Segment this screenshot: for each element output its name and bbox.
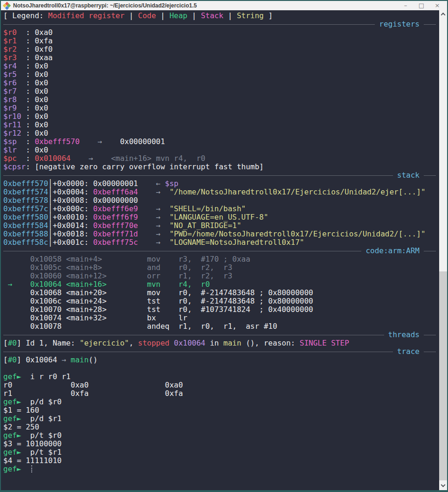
legend-line: [ Legend: Modified register | Code | Hea…: [3, 12, 439, 20]
text-segment: $r3: [3, 53, 26, 62]
text-segment: →: [138, 213, 169, 222]
text-segment: 0x10074 <main+32> bx lr: [3, 313, 187, 322]
maximize-button[interactable]: □: [414, 1, 429, 10]
text-segment: main: [223, 339, 241, 347]
register-row-r3: $r3 : 0xaa: [3, 54, 439, 62]
console-cmd-pt-r1: gef► p/t $r1: [3, 448, 439, 457]
console-out-1: $1 = 160: [3, 406, 439, 415]
text-segment: :: [26, 112, 34, 121]
separator-rule: [424, 352, 436, 352]
code-row-main-24: 0x1006c <main+24> tst r0, #-2147483648 ;…: [3, 297, 439, 305]
text-segment: :: [26, 28, 34, 37]
console-cmd-pd-r1: gef► p/d $r1: [3, 415, 439, 423]
text-segment: :: [26, 129, 34, 138]
text-segment: 0xaa: [34, 53, 53, 62]
text-segment: |: [156, 11, 170, 20]
text-segment: [21, 464, 30, 473]
legend-modified-register: Modified register: [48, 11, 124, 20]
text-segment: →: [138, 221, 169, 230]
scrollbar-thumb[interactable]: [439, 271, 447, 480]
console-cmd-info-registers: gef► i r r0 r1: [3, 373, 439, 381]
register-row-cpsr: $cpsr: [negative zero carry overflow int…: [3, 163, 439, 171]
legend-stack: Stack: [201, 11, 223, 20]
thread-status-line: [#0] Id 1, Name: "ejercicio", stopped 0x…: [3, 339, 439, 347]
text-segment: │: [48, 187, 53, 196]
separator-rule: [3, 352, 393, 352]
register-row-r1: $r1 : 0xfa: [3, 37, 439, 45]
separator-rule: [424, 335, 436, 335]
console-cmd-pd-r0: gef► p/d $r0: [3, 398, 439, 406]
scroll-down-button[interactable]: [439, 482, 447, 490]
minimize-button[interactable]: –: [398, 1, 414, 10]
console-cmd-pt-r0: gef► p/t $r0: [3, 431, 439, 440]
stack-row-3: 0xbefff57c│+0x000c: 0xbefff6e9 → "SHELL=…: [3, 205, 439, 213]
gef-prompt: gef►: [3, 372, 21, 381]
text-segment: "NO_AT_BRIDGE=1": [169, 221, 241, 230]
separator-rule: [3, 175, 393, 176]
register-row-r4: $r4 : 0x0: [3, 62, 439, 70]
text-segment: $lr: [3, 146, 26, 154]
text-segment: [: [3, 339, 8, 347]
stack-row-2: 0xbefff578│+0x0008: 0x00000000: [3, 196, 439, 205]
text-segment: 0x0: [34, 95, 48, 104]
text-segment: $2 = 250: [3, 423, 39, 431]
gef-prompt: gef►: [3, 431, 21, 440]
text-segment: :: [26, 120, 34, 129]
text-segment: "LANGUAGE=en_US.UTF-8": [169, 213, 268, 222]
console-out-4: $4 = 11111010: [3, 457, 439, 465]
text-segment: $r11: [3, 120, 26, 129]
code-row-0x10078: 0x10078 andeq r1, r0, r1, asr #10: [3, 322, 439, 331]
text-segment: $r4: [3, 62, 26, 70]
text-segment: "SHELL=/bin/bash": [169, 204, 246, 213]
stack-row-0: 0xbefff570│+0x0000: 0x00000001 ← $sp: [3, 180, 439, 188]
text-segment: "/home/NotsoJharedtroll0x17/Ejercicios/U…: [169, 187, 425, 196]
register-row-r12: $r12 : 0x0: [3, 129, 439, 138]
text-segment: 0xbefff574: [3, 187, 48, 196]
register-row-r10: $r10 : 0x0: [3, 112, 439, 121]
terminal-cursor: [31, 465, 32, 472]
text-segment: 0x10068 <main+20> mov r0, #-2147483648 ;…: [3, 288, 313, 297]
text-segment: 0xbefff58c: [3, 238, 48, 247]
text-segment: |: [124, 11, 138, 20]
text-segment: (), reason:: [241, 339, 300, 347]
text-segment: p/t $r1: [21, 448, 62, 457]
section-label: trace: [393, 347, 424, 356]
text-segment: ]: [17, 355, 26, 364]
text-segment: +0x0010:: [53, 213, 93, 222]
text-segment: 0x1006c <main+24> tst r0, #-2147483648 ;…: [3, 297, 313, 305]
text-segment: :: [26, 154, 34, 163]
text-segment: ←: [138, 179, 165, 188]
text-segment: +0x001c:: [53, 238, 93, 247]
text-segment: →: [138, 187, 169, 196]
text-segment: [: [3, 355, 8, 364]
section-label: registers: [375, 20, 424, 28]
register-row-r8: $r8 : 0x0: [3, 96, 439, 104]
trace-section-separator: trace: [3, 347, 439, 356]
text-segment: <main+16> mvn r4, r0: [111, 154, 205, 163]
stack-row-5: 0xbefff584│+0x0014: 0xbefff70e → "NO_AT_…: [3, 222, 439, 230]
text-segment: |: [187, 11, 201, 20]
text-segment: 0x0: [34, 87, 48, 96]
scroll-up-button[interactable]: [439, 10, 447, 18]
console-prompt-line: gef►: [3, 465, 439, 473]
trace-frame-line: [#0] 0x10064 → main(): [3, 356, 439, 364]
text-segment: 0x10064: [26, 355, 57, 364]
window-controls: – □ ×: [398, 1, 447, 10]
text-segment: $r10: [3, 112, 26, 121]
text-segment: │: [48, 221, 53, 230]
scrollbar[interactable]: [439, 10, 447, 490]
text-segment: 0xbefff70e: [93, 221, 138, 230]
legend-code: Code: [138, 11, 156, 20]
text-segment: →: [138, 229, 169, 238]
text-segment: r1 0xfa 0xfa: [3, 389, 183, 398]
text-segment: 0x0: [34, 112, 48, 121]
text-segment: in: [206, 339, 224, 347]
terminal-output[interactable]: [ Legend: Modified register | Code | Hea…: [1, 10, 439, 490]
text-segment: $4 = 11111010: [3, 456, 62, 465]
register-row-pc: $pc : 0x010064 → <main+16> mvn r4, r0: [3, 154, 439, 163]
registers-section-separator: registers: [3, 20, 439, 28]
text-segment: →: [138, 238, 169, 247]
close-button[interactable]: ×: [429, 1, 445, 10]
code-row-main-12: 0x10060 <main+12> orr r1, r2, r3: [3, 272, 439, 280]
text-segment: [ Legend:: [3, 11, 48, 20]
